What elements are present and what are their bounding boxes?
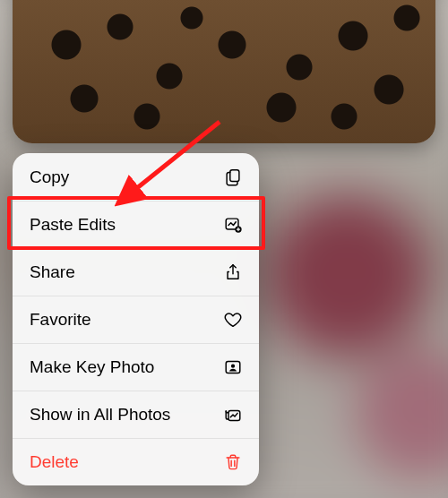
menu-item-label: Make Key Photo (30, 357, 154, 377)
menu-item-copy[interactable]: Copy (13, 153, 259, 201)
share-icon (222, 262, 244, 283)
svg-rect-0 (230, 169, 239, 181)
menu-item-paste-edits[interactable]: Paste Edits (13, 201, 259, 248)
heart-icon (222, 309, 244, 331)
all-photos-icon (222, 404, 244, 425)
paste-edits-icon (222, 214, 244, 236)
menu-item-show-in-all-photos[interactable]: Show in All Photos (13, 391, 259, 438)
menu-item-label: Copy (30, 167, 69, 187)
svg-point-4 (231, 365, 235, 368)
menu-item-favorite[interactable]: Favorite (13, 296, 259, 343)
context-menu: Copy Paste Edits Share Favorite Make Key… (13, 153, 259, 485)
menu-item-label: Paste Edits (30, 215, 116, 235)
menu-item-make-key-photo[interactable]: Make Key Photo (13, 343, 259, 391)
copy-icon (222, 167, 244, 188)
menu-item-label: Share (30, 262, 75, 282)
menu-item-label: Delete (30, 452, 79, 472)
menu-item-label: Show in All Photos (30, 405, 170, 425)
menu-item-share[interactable]: Share (13, 248, 259, 296)
trash-icon (222, 451, 244, 473)
menu-item-delete[interactable]: Delete (13, 438, 259, 485)
key-photo-icon (222, 356, 244, 378)
menu-item-label: Favorite (30, 310, 91, 330)
photo-preview[interactable] (13, 0, 435, 143)
